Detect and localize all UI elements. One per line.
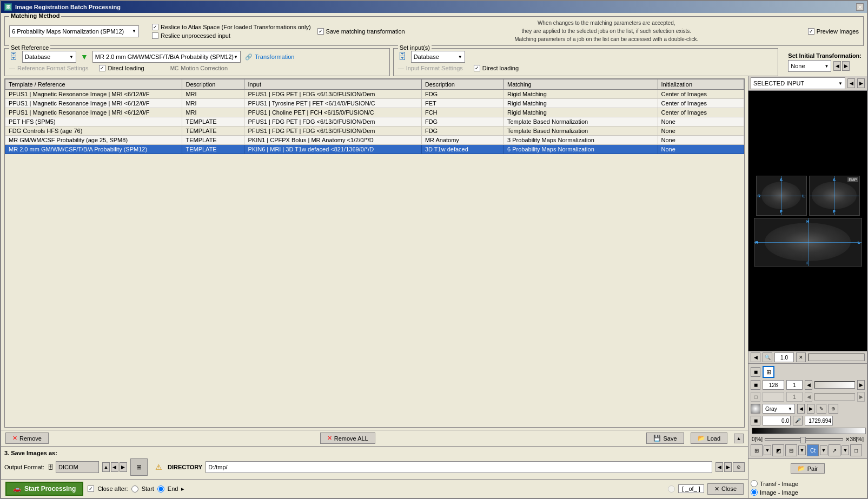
ctrl-zoom-in[interactable]: 🔍: [763, 352, 772, 362]
slice-prev[interactable]: ◀: [805, 380, 812, 390]
reslice-unprocessed-checkbox[interactable]: [152, 32, 158, 39]
input-db-dropdown[interactable]: Database ▼: [411, 51, 465, 63]
matching-method-dropdown[interactable]: 6 Probability Maps Normalization (SPM12)…: [9, 25, 139, 37]
info-text: When changes to the matching parameters …: [412, 19, 801, 43]
close-window-button[interactable]: ✕: [856, 3, 864, 11]
expand-arrow[interactable]: ▲: [734, 434, 744, 443]
range-min-input[interactable]: [763, 416, 791, 425]
dir-browse[interactable]: ⊙: [733, 462, 745, 472]
load-icon: 📂: [698, 435, 705, 442]
close-after-checkbox[interactable]: ✓: [88, 485, 94, 492]
direct-loading-ref-checkbox[interactable]: ✓: [99, 65, 105, 71]
dir-next[interactable]: ▶: [724, 462, 732, 472]
zoom-slider[interactable]: [808, 354, 865, 361]
color-wheel-icon: [751, 404, 760, 414]
preview-next[interactable]: ▶: [857, 78, 865, 88]
tool-btn-3[interactable]: ⊟: [785, 444, 797, 456]
tool-btn-4[interactable]: Ct: [807, 444, 819, 456]
set-input-group: Set input(s) 🗄 Database ▼ — Input Format…: [393, 48, 779, 76]
jobs-table-container: Template / Reference Description Input D…: [4, 78, 745, 428]
slice-input[interactable]: [763, 380, 784, 390]
close-after-start-radio[interactable]: [131, 485, 138, 493]
zoom-input[interactable]: [774, 352, 794, 362]
range-mic[interactable]: 🎤: [793, 416, 803, 425]
tool-arrow-3[interactable]: ▼: [820, 445, 827, 455]
input-disabled-icon: —: [398, 65, 404, 71]
preview-images-checkbox[interactable]: ✓: [808, 28, 814, 35]
dir-prev[interactable]: ◀: [715, 462, 723, 472]
tool-arrow-4[interactable]: ▼: [842, 445, 849, 455]
format-prev[interactable]: ▲: [102, 462, 110, 472]
range-max-input[interactable]: [805, 416, 833, 425]
direct-loading-ref-row: ✓ Direct loading: [99, 65, 144, 71]
format-next[interactable]: ▶: [120, 462, 127, 472]
start-processing-button[interactable]: 🚗 Start Processing: [5, 482, 83, 496]
reslice-checkbox-row: ✓ Reslice to Atlas Space (For loaded Tra…: [152, 24, 311, 30]
slice-slider[interactable]: [814, 381, 855, 389]
table-cell: PFUS1 | FDG PET | FDG <6/13/0/FUSION/Dem: [244, 127, 421, 136]
color-dropdown[interactable]: Gray ▼: [763, 404, 795, 414]
slice-next[interactable]: ▶: [857, 380, 865, 390]
directory-input[interactable]: [206, 461, 712, 473]
slice2-slider[interactable]: [814, 393, 855, 401]
slice2-next[interactable]: ▶: [857, 392, 865, 402]
ctrl-left[interactable]: ◀: [751, 352, 760, 362]
table-cell: TEMPLATE: [182, 127, 244, 136]
status-radio[interactable]: [668, 485, 675, 493]
table-row[interactable]: PFUS1 | Magnetic Resonance Image | MRI <…: [5, 90, 744, 99]
tool-btn-2[interactable]: ◩: [772, 444, 784, 456]
table-cell: FDG Controls HFS (age 76): [5, 127, 182, 136]
pct-slider[interactable]: [765, 438, 843, 441]
reslice-atlas-checkbox[interactable]: ✓: [152, 24, 158, 30]
table-row[interactable]: FDG Controls HFS (age 76)TEMPLATEPFUS1 |…: [5, 127, 744, 136]
color-next[interactable]: ▶: [807, 404, 814, 414]
table-row[interactable]: PFUS1 | Magnetic Resonance Image | MRI <…: [5, 99, 744, 108]
save-matching-checkbox[interactable]: ✓: [317, 28, 324, 35]
reference-image-dropdown[interactable]: MR 2.0 mm GM/WM/CSF/T/B/A Probability (S…: [92, 51, 241, 63]
tool-btn-6[interactable]: □: [850, 444, 862, 456]
view-overlay-btn[interactable]: ⊞: [763, 366, 774, 378]
close-button[interactable]: ✕ Close: [707, 483, 744, 495]
transf-image-radio[interactable]: [751, 480, 758, 487]
direct-loading-input-checkbox[interactable]: ✓: [474, 65, 480, 71]
pair-button[interactable]: 📂 Pair: [791, 463, 825, 474]
slice2-input[interactable]: [763, 392, 784, 402]
color-copy[interactable]: ⊕: [829, 404, 838, 414]
format-prev2[interactable]: ◀: [111, 462, 118, 472]
preview-prev[interactable]: ◀: [847, 78, 855, 88]
init-transform-prev[interactable]: ◀: [833, 61, 841, 71]
slice2-prev[interactable]: ◀: [805, 392, 812, 402]
motion-correction-button[interactable]: MC Motion Correction: [170, 65, 228, 71]
tool-arrow-2[interactable]: ▼: [798, 445, 806, 455]
reference-db-dropdown[interactable]: Database ▼: [22, 51, 76, 63]
save-matching-row: ✓ Save matching transformation: [317, 28, 405, 35]
output-format-dropdown[interactable]: DICOM: [56, 461, 99, 473]
image-image-radio[interactable]: [751, 489, 758, 496]
tool-btn-1[interactable]: ⊞: [751, 444, 763, 456]
db-icon-input: 🗄: [398, 52, 407, 62]
table-row[interactable]: PFUS1 | Magnetic Resonance Image | MRI <…: [5, 108, 744, 117]
remove-button[interactable]: ✕ Remove: [5, 433, 49, 444]
gray-btn[interactable]: ◼: [751, 367, 760, 377]
color-edit[interactable]: ✎: [817, 404, 826, 414]
load-button[interactable]: 📂 Load: [691, 433, 727, 444]
format-options-button[interactable]: ⊞: [130, 458, 148, 476]
tool-arrow-1[interactable]: ▼: [764, 445, 771, 455]
close-after-end-radio[interactable]: [157, 485, 164, 493]
table-row[interactable]: MR 2.0 mm GM/WM/CSF/T/B/A Probability (S…: [5, 145, 744, 154]
save-button[interactable]: 💾 Save: [646, 433, 684, 444]
preview-source-dropdown[interactable]: SELECTED INPUT ▼: [751, 77, 845, 89]
color-prev[interactable]: ◀: [797, 404, 805, 414]
frames2-input[interactable]: [786, 392, 803, 402]
table-row[interactable]: PET HFS (SPM5)TEMPLATEPFUS1 | FDG PET | …: [5, 117, 744, 127]
init-transform-next[interactable]: ▶: [842, 61, 850, 71]
tool-btn-5[interactable]: ↗: [829, 444, 840, 456]
init-transform-dropdown[interactable]: None ▼: [788, 60, 831, 72]
transf-image-row: Transf - Image: [751, 480, 865, 487]
transformation-button[interactable]: 🔗 Transformation: [245, 54, 295, 61]
ctrl-x[interactable]: ✕: [796, 352, 806, 362]
table-row[interactable]: MR GM/WM/CSF Probability (age 25, SPM8)T…: [5, 136, 744, 145]
frames-input[interactable]: [786, 380, 803, 390]
remove-all-button[interactable]: ✕ Remove ALL: [320, 433, 375, 444]
table-cell: TEMPLATE: [182, 145, 244, 154]
